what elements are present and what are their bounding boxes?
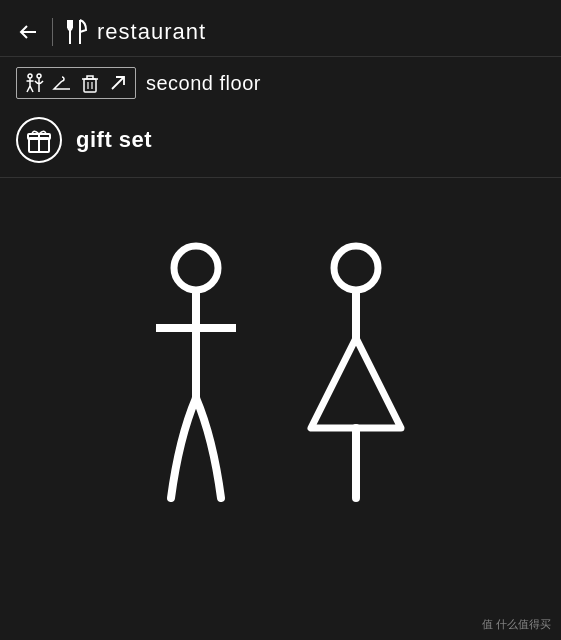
page-title: restaurant bbox=[97, 19, 206, 45]
gift-set-row: gift set bbox=[0, 109, 561, 178]
second-floor-label: second floor bbox=[146, 72, 261, 95]
trash-icon bbox=[79, 72, 101, 94]
nav-divider bbox=[52, 18, 53, 46]
back-button[interactable] bbox=[16, 20, 40, 44]
male-figure bbox=[141, 238, 251, 518]
top-nav: restaurant bbox=[0, 0, 561, 57]
second-floor-row: second floor bbox=[0, 57, 561, 109]
svg-point-21 bbox=[174, 246, 218, 290]
restroom-icon bbox=[23, 72, 45, 94]
hanger-icon bbox=[51, 72, 73, 94]
svg-point-10 bbox=[37, 74, 41, 78]
arrow-icon bbox=[107, 72, 129, 94]
watermark: 值 什么值得买 bbox=[482, 617, 551, 632]
amenities-icons-box bbox=[16, 67, 136, 99]
svg-rect-13 bbox=[84, 79, 96, 92]
gift-label: gift set bbox=[76, 127, 152, 153]
svg-line-17 bbox=[112, 77, 124, 89]
restroom-area bbox=[0, 178, 561, 518]
svg-point-24 bbox=[334, 246, 378, 290]
gift-icon bbox=[25, 126, 53, 154]
svg-point-5 bbox=[28, 74, 32, 78]
svg-line-8 bbox=[27, 86, 30, 92]
gift-icon-circle bbox=[16, 117, 62, 163]
restaurant-icon bbox=[65, 18, 89, 46]
svg-line-9 bbox=[30, 86, 33, 92]
female-figure bbox=[291, 238, 421, 518]
